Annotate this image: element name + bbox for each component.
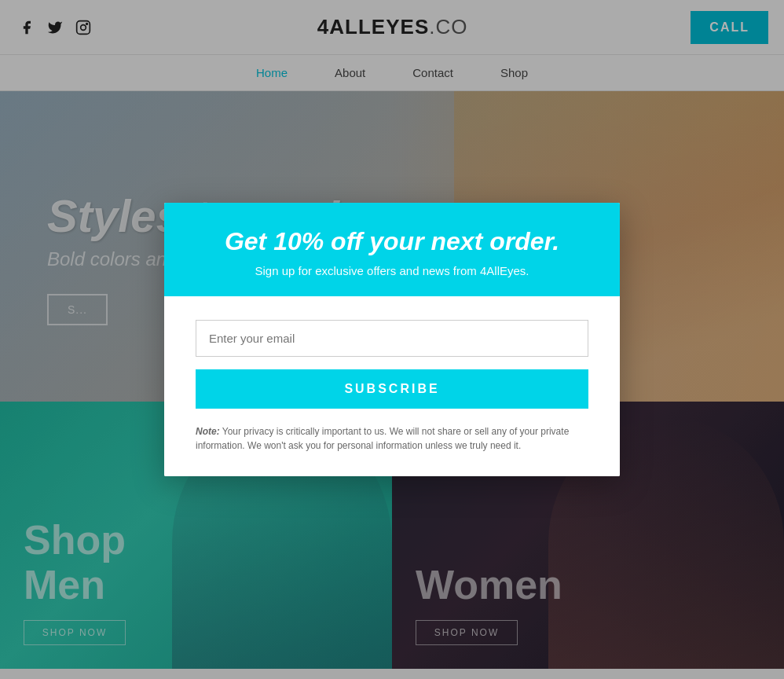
modal-privacy-note: Note: Your privacy is critically importa… [196,424,588,453]
modal-body: SUBSCRIBE Note: Your privacy is critical… [164,296,620,476]
subscribe-button[interactable]: SUBSCRIBE [196,369,588,409]
subscribe-modal: Get 10% off your next order. Sign up for… [164,203,620,476]
modal-overlay: Get 10% off your next order. Sign up for… [0,0,784,679]
modal-subtext: Sign up for exclusive offers and news fr… [196,264,588,277]
modal-headline: Get 10% off your next order. [196,226,588,256]
note-text: Your privacy is critically important to … [196,426,569,451]
modal-header: Get 10% off your next order. Sign up for… [164,203,620,296]
email-input[interactable] [196,320,588,357]
note-label: Note: [196,426,220,437]
